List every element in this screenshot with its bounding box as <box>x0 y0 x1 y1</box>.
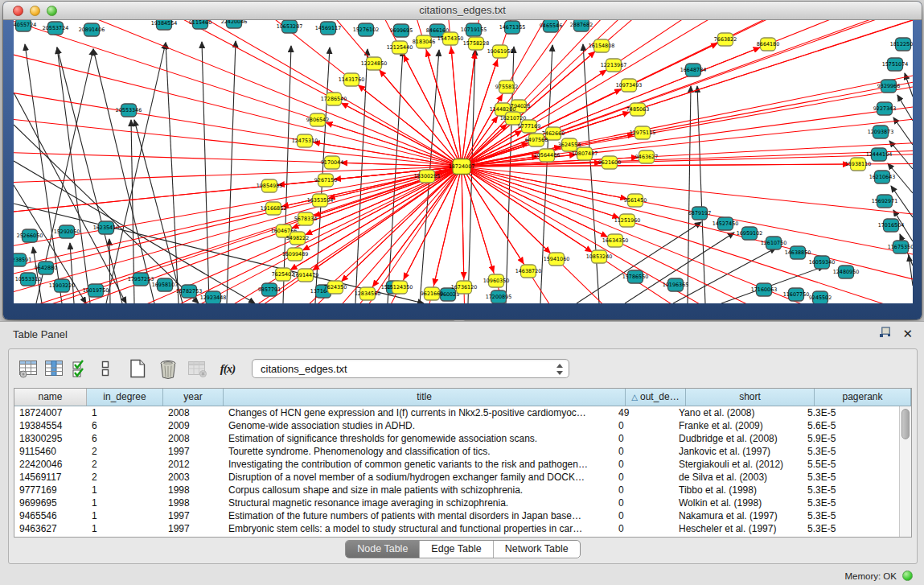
table-cell-short: Wolkin et al. (1998) <box>674 496 803 509</box>
table-row[interactable]: 911546021997Tourette syndrome. Phenomeno… <box>14 445 899 458</box>
graph-node-label: 6879197 <box>688 210 711 216</box>
table-cell-in-degree: 6 <box>87 432 163 445</box>
table-cell-name: 19384554 <box>14 419 87 432</box>
graph-node-label: 16210643 <box>869 174 896 180</box>
graph-node-label: 16782753 <box>176 288 203 295</box>
graph-node-label: 15292050 <box>54 229 80 235</box>
table-cell-year: 1997 <box>163 445 224 458</box>
table-cell-out-de-: 0 <box>614 445 674 458</box>
graph-node-label: 14527450 <box>713 220 739 227</box>
import-table-icon[interactable] <box>184 356 210 381</box>
column-header-name[interactable]: name <box>14 389 87 406</box>
graph-node-label: 12834560 <box>355 290 381 297</box>
graph-node-label: 12923448 <box>200 295 227 301</box>
table-cell-in-degree: 2 <box>87 458 163 471</box>
graph-node-label: 15474350 <box>437 35 464 42</box>
graph-node-label: 18122501 <box>890 41 913 47</box>
table-row[interactable]: 946554611997Estimation of the future num… <box>14 509 899 522</box>
graph-node-label: 15758228 <box>463 40 490 47</box>
selected-edge <box>342 167 462 281</box>
graph-node-label: 16059340 <box>809 259 836 266</box>
table-cell-pagerank: 5.6E-5 <box>803 419 899 432</box>
tab-node-table[interactable]: Node Table <box>346 541 420 558</box>
column-header-short[interactable]: short <box>686 389 815 406</box>
table-cell-title: Disruption of a novel member of a sodium… <box>224 471 614 484</box>
table-row[interactable]: 977716911998Corpus callosum shape and si… <box>14 484 899 496</box>
graph-node-label: 6497568 <box>525 137 548 143</box>
graph-node-label: 16235410 <box>93 225 120 231</box>
table-cell-year: 1998 <box>163 484 224 496</box>
table-body: 1872400712008Changes of HCN gene express… <box>14 406 899 537</box>
table-cell-short: Stergiakouli et al. (2012) <box>674 458 803 471</box>
table-row[interactable]: 1456911722003Disruption of a novel membe… <box>14 471 899 484</box>
graph-node-label: 8183046 <box>413 39 435 45</box>
graph-node-label: 20553724 <box>43 25 69 31</box>
table-row[interactable]: 969969511998Structural magnetic resonanc… <box>14 496 899 509</box>
graph-node-label: 9465546 <box>540 23 562 29</box>
table-cell-short: Dudbridge et al. (2008) <box>674 432 803 445</box>
table-cell-name: 14569117 <box>14 471 87 484</box>
table-cell-out-de-: 0 <box>614 458 674 471</box>
network-canvas[interactable]: 2405572420553724208914061938455491154602… <box>14 20 913 303</box>
show-columns-icon[interactable] <box>41 356 67 381</box>
scrollbar-thumb[interactable] <box>901 409 910 439</box>
tab-edge-table[interactable]: Edge Table <box>420 541 493 558</box>
graph-node-label: 19166852 <box>261 205 287 212</box>
table-row[interactable]: 1938455462009Genome-wide association stu… <box>14 419 899 432</box>
graph-node-label: 10807487 <box>572 150 598 157</box>
selected-edge <box>14 129 462 167</box>
graph-node-label: 3624554 <box>558 142 581 148</box>
column-header-pagerank[interactable]: pagerank <box>815 389 911 406</box>
table-select-dropdown[interactable]: citations_edges.txt <box>252 359 569 378</box>
table-row[interactable]: 1872400712008Changes of HCN gene express… <box>14 406 899 419</box>
float-panel-icon[interactable] <box>879 327 891 341</box>
create-table-icon[interactable] <box>125 356 150 381</box>
function-builder-icon[interactable]: f(x) <box>215 356 240 381</box>
table-cell-out-de-: 0 <box>614 484 674 496</box>
delete-table-icon[interactable] <box>155 356 181 381</box>
graph-node-label: 9329966 <box>877 83 900 89</box>
close-panel-icon[interactable]: ✕ <box>902 327 913 341</box>
dropdown-arrows-icon <box>556 363 563 376</box>
table-cell-short: Yano et al. (2008) <box>674 406 803 419</box>
memory-status-label: Memory: OK <box>844 571 897 581</box>
table-cell-pagerank: 5.3E-5 <box>803 522 899 535</box>
graph-node-label: 9245502 <box>809 295 832 301</box>
column-header-title[interactable]: title <box>224 389 626 406</box>
citation-network-graph[interactable]: 2405572420553724208914061938455491154602… <box>14 20 913 303</box>
graph-node-label: 15751074 <box>882 61 909 68</box>
citation-edge <box>583 44 599 303</box>
column-header-in-degree[interactable]: in_degree <box>87 389 163 406</box>
column-header-year[interactable]: year <box>163 389 224 406</box>
vertical-scrollbar[interactable] <box>899 406 911 537</box>
graph-node-label: 9561450 <box>624 197 647 204</box>
selected-edge <box>462 167 464 278</box>
citation-edge <box>227 41 236 303</box>
tab-network-table[interactable]: Network Table <box>494 541 580 558</box>
table-panel: Table Panel ✕ <box>0 321 924 585</box>
column-header-out-de-[interactable]: △out_de… <box>626 389 686 406</box>
table-cell-pagerank: 5.5E-5 <box>803 458 899 471</box>
citation-edge <box>688 86 691 303</box>
selected-edge <box>359 85 462 167</box>
select-all-icon[interactable] <box>67 356 92 381</box>
window-titlebar[interactable]: citations_edges.txt <box>3 2 922 20</box>
graph-node-label: 5498222 <box>286 235 309 241</box>
table-cell-year: 2003 <box>163 471 224 484</box>
graph-node-label: 20553346 <box>116 107 142 113</box>
table-row[interactable]: 1830029562008Estimation of significance … <box>14 432 899 445</box>
graph-node-label: 17286540 <box>321 96 347 102</box>
graph-node-label: 9621600 <box>598 159 621 166</box>
graph-node-label: 2887682 <box>570 22 593 28</box>
row-height-icon[interactable] <box>92 356 118 381</box>
table-cell-title: Estimation of the future numbers of pati… <box>224 509 614 522</box>
table-mode-icon[interactable] <box>15 356 41 381</box>
table-row[interactable]: 2242004622012Investigating the contribut… <box>14 458 899 471</box>
graph-node-label: 12125440 <box>387 44 413 51</box>
table-cell-short: de Silva et al. (2003) <box>674 471 803 484</box>
graph-node-label: 12093873 <box>868 129 894 135</box>
table-cell-title: Genome-wide association studies in ADHD. <box>224 419 614 432</box>
graph-node-label: 16914479 <box>293 272 319 278</box>
table-row[interactable]: 946362711997Embryonic stem cells: a mode… <box>14 522 899 535</box>
table-cell-year: 2008 <box>163 406 224 419</box>
